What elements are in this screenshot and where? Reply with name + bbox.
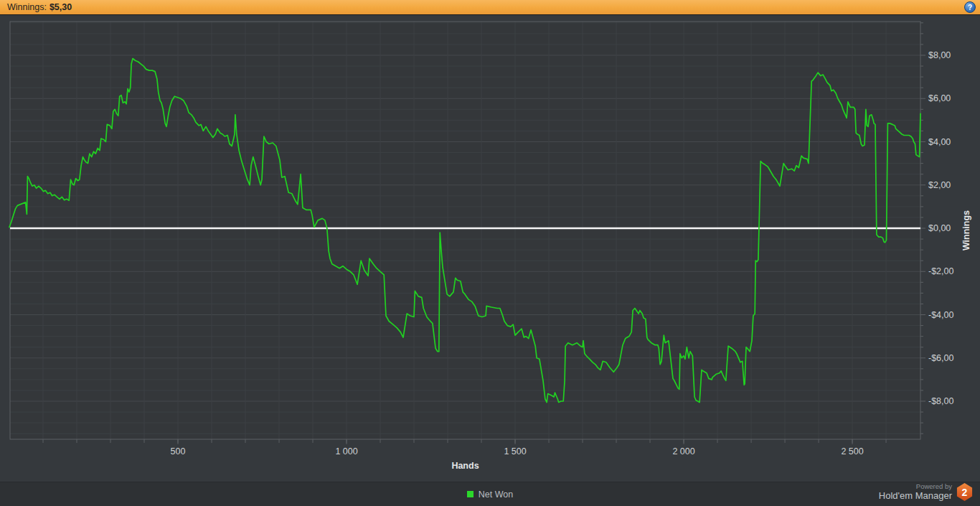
x-tick-label: 2 000: [672, 446, 694, 456]
y-tick-label: $6,00: [928, 93, 951, 103]
winnings-chart: 5001 0001 5002 0002 500$8,00$6,00$4,00$2…: [0, 0, 980, 506]
plot-background: [10, 22, 920, 439]
y-tick-label: -$8,00: [928, 396, 953, 406]
brand-logo: Powered by Hold'em Manager 2: [879, 483, 973, 501]
y-tick-label: -$4,00: [928, 310, 953, 320]
winnings-value: $5,30: [50, 2, 72, 12]
hm2-badge-icon: 2: [956, 483, 973, 501]
net-won-legend-swatch: [467, 491, 473, 497]
y-tick-label: $0,00: [928, 223, 951, 233]
y-axis-title: Winnings: [961, 210, 971, 250]
brand-name-text: Hold'em Manager: [879, 491, 952, 501]
chart-canvas: 5001 0001 5002 0002 500$8,00$6,00$4,00$2…: [0, 0, 980, 506]
x-tick-label: 1 000: [335, 446, 357, 456]
y-tick-label: $2,00: [928, 180, 951, 190]
winnings-label: Winnings:: [7, 2, 47, 12]
chart-legend: Net Won: [0, 489, 980, 500]
graph-title-bar: Winnings: $5,30 ?: [0, 0, 980, 15]
holdem-manager-graph-window: 5001 0001 5002 0002 500$8,00$6,00$4,00$2…: [0, 0, 980, 506]
powered-by-text: Powered by: [916, 483, 952, 490]
net-won-legend-label: Net Won: [479, 489, 513, 500]
x-tick-label: 500: [171, 446, 186, 456]
x-tick-label: 1 500: [504, 446, 526, 456]
x-axis-title: Hands: [0, 461, 930, 471]
help-icon[interactable]: ?: [964, 1, 976, 13]
y-tick-label: $8,00: [928, 50, 951, 60]
x-tick-label: 2 500: [841, 446, 863, 456]
chart-footer: Net Won Powered by Hold'em Manager 2: [0, 482, 980, 506]
y-tick-label: $4,00: [928, 137, 951, 147]
y-tick-label: -$6,00: [928, 353, 953, 363]
y-tick-label: -$2,00: [928, 266, 953, 276]
